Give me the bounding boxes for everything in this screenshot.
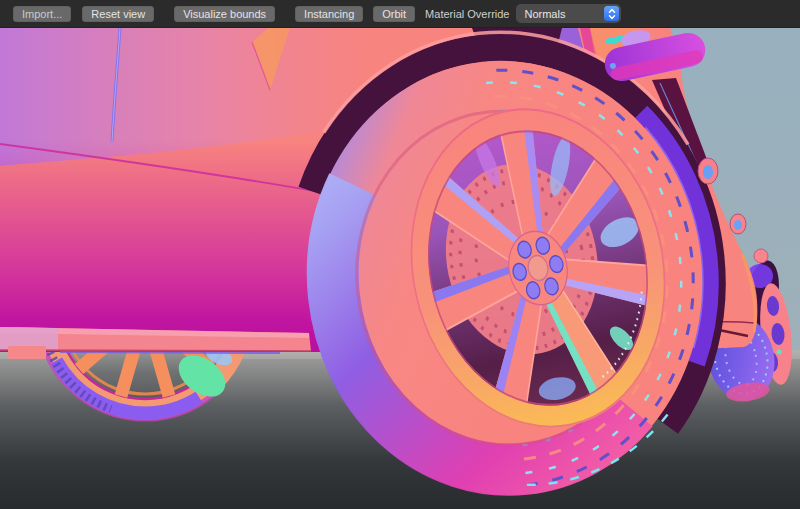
select-stepper-icon [604, 6, 619, 21]
visualize-bounds-button[interactable]: Visualize bounds [174, 6, 275, 22]
toolbar: Import... Reset view Visualize bounds In… [0, 0, 800, 28]
import-button[interactable]: Import... [13, 6, 71, 22]
model-viewer-window: Import... Reset view Visualize bounds In… [0, 0, 800, 509]
mud-flap [8, 346, 46, 359]
material-override-select[interactable]: Normals [516, 4, 621, 23]
instancing-button[interactable]: Instancing [295, 6, 363, 22]
orbit-button[interactable]: Orbit [373, 6, 415, 22]
reset-view-button[interactable]: Reset view [82, 6, 154, 22]
scene-render [0, 28, 800, 509]
material-override-label: Material Override [425, 8, 509, 20]
viewport-canvas[interactable] [0, 28, 800, 509]
material-override-value: Normals [524, 8, 565, 20]
